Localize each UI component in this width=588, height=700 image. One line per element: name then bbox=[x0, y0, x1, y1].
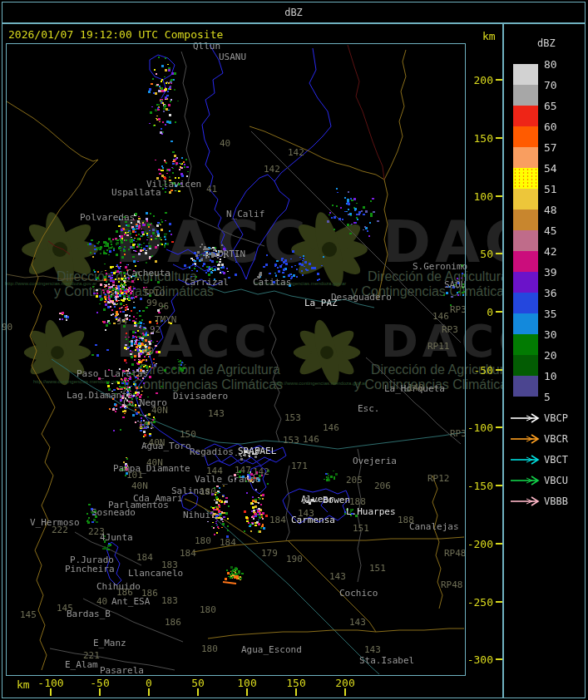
dbz-scale-value: 45 bbox=[544, 224, 557, 237]
dbz-scale-box bbox=[513, 355, 538, 376]
dbz-scale-box bbox=[513, 251, 538, 272]
radar-app-window: DACCDirección de Agriculturay Contingenc… bbox=[0, 0, 588, 700]
dbz-scale-value: 35 bbox=[544, 308, 557, 320]
dbz-scale-value: 36 bbox=[544, 287, 557, 299]
dbz-scale-box bbox=[513, 168, 538, 189]
dbz-scale-value: 5 bbox=[544, 391, 551, 403]
dbz-scale-box bbox=[513, 272, 538, 293]
dbz-scale-value: 70 bbox=[544, 79, 557, 91]
map-plot-border bbox=[6, 43, 466, 676]
dbz-scale-value: 80 bbox=[544, 58, 557, 71]
dbz-scale-box bbox=[513, 230, 538, 251]
dbz-scale-value: 65 bbox=[544, 100, 557, 112]
dbz-scale-box bbox=[513, 126, 538, 147]
dbz-scale-box bbox=[513, 106, 538, 126]
dbz-scale-value: 42 bbox=[544, 245, 557, 258]
dbz-scale-value: 60 bbox=[544, 121, 557, 133]
dbz-scale-value: 48 bbox=[544, 204, 557, 216]
dbz-scale-box bbox=[513, 313, 538, 334]
dbz-scale-value: 20 bbox=[544, 349, 557, 362]
legend-title: dBZ bbox=[537, 37, 556, 49]
window-title: dBZ bbox=[2, 7, 585, 18]
dbz-scale-box bbox=[513, 64, 538, 85]
dbz-scale-value: 30 bbox=[544, 328, 557, 341]
window-chrome: dBZ 2026/01/07 19:12:00 UTC Composite km… bbox=[0, 0, 588, 700]
dbz-scale-box bbox=[513, 376, 538, 397]
dbz-scale-box bbox=[513, 334, 538, 355]
dbz-scale-box bbox=[513, 293, 538, 313]
dbz-scale-value: 57 bbox=[544, 141, 557, 154]
dbz-scale-box bbox=[513, 147, 538, 168]
title-bar: dBZ bbox=[2, 2, 586, 23]
dbz-scale-value: 39 bbox=[544, 266, 557, 279]
dbz-scale-box bbox=[513, 210, 538, 230]
dbz-scale-box bbox=[513, 189, 538, 210]
dbz-scale-box bbox=[513, 85, 538, 106]
dbz-scale-value: 51 bbox=[544, 183, 557, 195]
dbz-scale-value: 10 bbox=[544, 370, 557, 382]
dbz-scale-value: 54 bbox=[544, 162, 557, 175]
